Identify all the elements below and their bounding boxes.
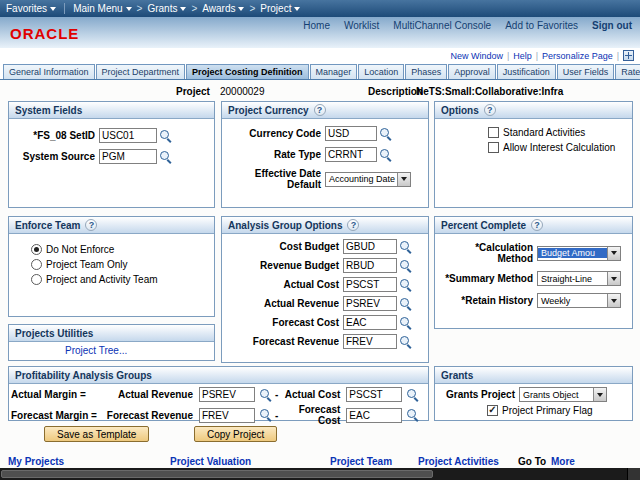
tab-user-fields[interactable]: User Fields [557, 64, 615, 79]
breadcrumb-separator: > [137, 3, 143, 14]
goto-more-link[interactable]: More [551, 456, 575, 467]
select-value: Budget Amou [538, 248, 607, 258]
tab-project-costing-definition[interactable]: Project Costing Definition [186, 64, 309, 79]
tab-justification[interactable]: Justification [497, 64, 556, 79]
personalize-page-link[interactable]: Personalize Page [542, 51, 613, 61]
lookup-icon[interactable] [399, 297, 413, 311]
lookup-icon[interactable] [399, 259, 413, 273]
worklist-link[interactable]: Worklist [344, 20, 379, 31]
help-icon[interactable] [484, 104, 496, 116]
forecast-revenue-input[interactable]: FREV [199, 408, 255, 423]
calculation-method-select[interactable]: Budget Amou [537, 246, 621, 261]
help-icon[interactable] [531, 219, 543, 231]
group-system-fields: System Fields *FS_08 SetID USC01 System … [8, 101, 215, 208]
group-title: Enforce Team [15, 220, 80, 231]
forecast-cost-input[interactable]: EAC [346, 408, 402, 423]
help-icon[interactable] [347, 219, 359, 231]
project-activities-link[interactable]: Project Activities [418, 456, 499, 467]
retain-history-label: *Retain History [439, 295, 537, 306]
project-primary-flag-checkbox[interactable] [487, 405, 498, 416]
tab-manager[interactable]: Manager [310, 64, 358, 79]
lookup-icon[interactable] [379, 148, 393, 162]
copy-project-button[interactable]: Copy Project [194, 426, 277, 442]
actual-revenue-input[interactable]: PSREV [343, 296, 397, 311]
effective-date-default-select[interactable]: Accounting Date [325, 172, 411, 187]
tab-rates[interactable]: Rates [615, 64, 640, 79]
help-icon[interactable] [85, 219, 97, 231]
setid-input[interactable]: USC01 [99, 128, 157, 143]
home-link[interactable]: Home [303, 20, 330, 31]
project-tree-link[interactable]: Project Tree... [65, 345, 127, 356]
forecast-revenue-input[interactable]: FREV [343, 334, 397, 349]
tab-general-information[interactable]: General Information [3, 64, 95, 79]
do-not-enforce-radio[interactable] [31, 244, 42, 255]
my-projects-link[interactable]: My Projects [8, 456, 64, 467]
rate-type-input[interactable]: CRRNT [325, 147, 377, 162]
select-value: Straight-Line [538, 274, 607, 284]
system-source-input[interactable]: PGM [99, 149, 157, 164]
actual-cost-input[interactable]: PSCST [346, 387, 402, 402]
chevron-down-icon [126, 7, 132, 11]
project-team-link[interactable]: Project Team [330, 456, 392, 467]
grid-icon[interactable] [623, 50, 634, 61]
currency-code-input[interactable]: USD [325, 126, 377, 141]
actual-revenue-input[interactable]: PSREV [199, 387, 255, 402]
sign-out-link[interactable]: Sign out [592, 20, 632, 31]
project-and-activity-team-radio[interactable] [31, 274, 42, 285]
help-link[interactable]: Help [513, 51, 532, 61]
lookup-icon[interactable] [379, 127, 393, 141]
retain-history-select[interactable]: Weekly [537, 293, 621, 308]
calculation-method-label: *Calculation Method [439, 242, 537, 264]
lookup-icon[interactable] [399, 278, 413, 292]
scrollbar-thumb[interactable] [1, 470, 433, 478]
tab-location[interactable]: Location [358, 64, 404, 79]
lookup-icon[interactable] [406, 408, 420, 422]
group-options: Options Standard Activities Allow Intere… [434, 101, 633, 208]
breadcrumb-bar: Favorites Main Menu > Grants > Awards > … [0, 0, 640, 17]
summary-method-select[interactable]: Straight-Line [537, 271, 621, 286]
add-to-favorites-link[interactable]: Add to Favorites [505, 20, 578, 31]
standard-activities-checkbox[interactable] [488, 127, 499, 138]
horizontal-scrollbar[interactable] [0, 468, 640, 480]
rate-type-label: Rate Type [226, 149, 325, 160]
actual-cost-input[interactable]: PSCST [343, 277, 397, 292]
lookup-icon[interactable] [159, 129, 173, 143]
tab-approval[interactable]: Approval [448, 64, 496, 79]
actual-cost-label: Actual Cost [280, 389, 344, 400]
lookup-icon[interactable] [399, 335, 413, 349]
multichannel-console-link[interactable]: MultiChannel Console [393, 20, 491, 31]
revenue-budget-input[interactable]: RBUD [343, 258, 397, 273]
cost-budget-input[interactable]: GBUD [343, 239, 397, 254]
forecast-cost-input[interactable]: EAC [343, 315, 397, 330]
breadcrumb-project[interactable]: Project [260, 3, 300, 14]
description-label: Description [368, 86, 423, 97]
tab-phases[interactable]: Phases [405, 64, 447, 79]
lookup-icon[interactable] [259, 408, 273, 422]
breadcrumb-main-menu[interactable]: Main Menu [73, 3, 131, 14]
project-valuation-link[interactable]: Project Valuation [170, 456, 251, 467]
breadcrumb-divider [64, 3, 65, 14]
breadcrumb-grants[interactable]: Grants [147, 3, 186, 14]
favorites-menu[interactable]: Favorites [6, 3, 56, 14]
lookup-icon[interactable] [399, 316, 413, 330]
dropdown-arrow-icon [607, 247, 620, 260]
lookup-icon[interactable] [399, 240, 413, 254]
grants-project-select[interactable]: Grants Object [519, 387, 607, 402]
new-window-link[interactable]: New Window [450, 51, 503, 61]
dropdown-arrow-icon [397, 173, 410, 186]
lookup-icon[interactable] [159, 150, 173, 164]
breadcrumb-awards[interactable]: Awards [202, 3, 244, 14]
breadcrumb-separator: > [191, 3, 197, 14]
project-team-only-radio[interactable] [31, 259, 42, 270]
summary-method-label: *Summary Method [439, 273, 537, 284]
lookup-icon[interactable] [406, 388, 420, 402]
allow-interest-calculation-checkbox[interactable] [488, 142, 499, 153]
chevron-down-icon [180, 7, 186, 11]
group-grants: Grants Grants Project Grants Object Proj… [434, 366, 633, 421]
help-icon[interactable] [314, 104, 326, 116]
tab-project-department[interactable]: Project Department [96, 64, 186, 79]
lookup-icon[interactable] [259, 388, 273, 402]
project-and-activity-team-label: Project and Activity Team [46, 274, 158, 285]
save-as-template-button[interactable]: Save as Template [44, 426, 149, 442]
do-not-enforce-label: Do Not Enforce [46, 244, 114, 255]
